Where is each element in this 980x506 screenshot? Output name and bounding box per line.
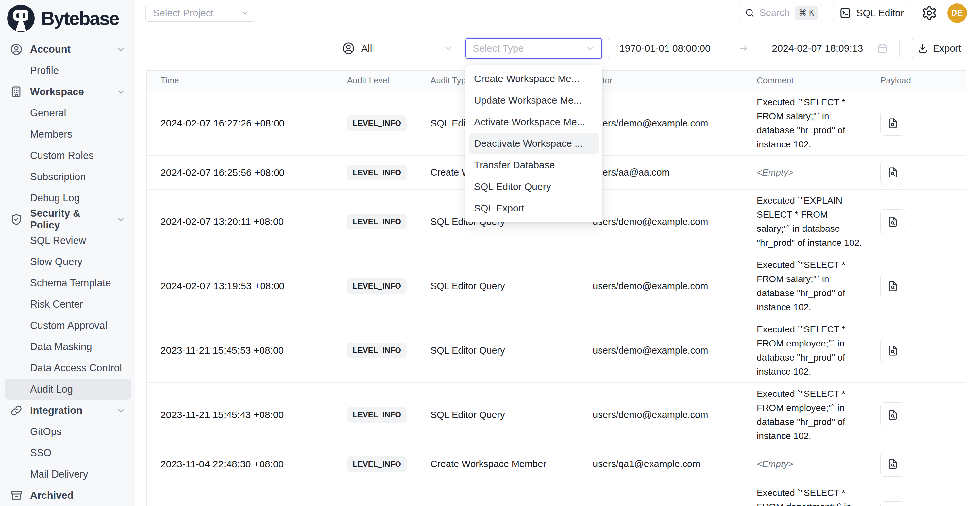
type-filter-select[interactable]: Select Type — [466, 38, 602, 59]
sidebar-group-label: Workspace — [30, 86, 84, 98]
date-range-picker[interactable]: 1970-01-01 08:00:00 2024-02-07 18:09:13 — [608, 38, 900, 59]
download-icon — [917, 43, 928, 54]
file-search-icon — [887, 166, 899, 178]
sidebar-group-label: Account — [30, 43, 71, 55]
sidebar-item-custom-roles[interactable]: Custom Roles — [5, 145, 131, 166]
sidebar-item-label: Custom Approval — [30, 320, 107, 331]
cell-actor: users/demo@example.com — [585, 410, 749, 420]
audit-level-badge: LEVEL_INFO — [347, 407, 407, 423]
view-payload-button[interactable] — [880, 160, 905, 185]
menu-option-sql-export[interactable]: SQL Export — [469, 197, 599, 219]
sidebar-item-general[interactable]: General — [5, 102, 131, 124]
cell-time: 2024-02-07 16:25:56 +08:00 — [147, 167, 341, 178]
settings-button[interactable] — [921, 5, 937, 21]
sidebar-item-subscription[interactable]: Subscription — [5, 166, 131, 187]
view-payload-button[interactable] — [880, 501, 905, 506]
building-icon — [10, 85, 23, 99]
menu-option-create-workspace-me[interactable]: Create Workspace Me... — [469, 68, 599, 89]
file-search-icon — [887, 458, 899, 470]
view-payload-button[interactable] — [880, 209, 905, 234]
cell-actor: users/qa1@example.com — [585, 458, 749, 469]
menu-option-update-workspace-me[interactable]: Update Workspace Me... — [469, 89, 599, 111]
sidebar-item-label: GitOps — [30, 426, 62, 438]
sidebar-item-label: Members — [30, 129, 72, 140]
view-payload-button[interactable] — [880, 274, 905, 298]
cell-comment: <Empty> — [749, 453, 872, 475]
sql-editor-button[interactable]: SQL Editor — [832, 4, 912, 22]
cell-actor: users/demo@example.com — [585, 118, 749, 129]
search-input[interactable]: Search ⌘ K — [739, 4, 822, 22]
audit-level-badge: LEVEL_INFO — [347, 456, 407, 472]
sidebar-item-label: Risk Center — [30, 298, 83, 310]
sidebar-item-sql-review[interactable]: SQL Review — [5, 230, 131, 251]
export-button[interactable]: Export — [912, 38, 966, 59]
chevron-down-icon — [116, 406, 126, 415]
sidebar-group-security-policy[interactable]: Security & Policy — [5, 208, 131, 230]
cell-comment: Executed `"SELECT * FROM employee;"` in … — [749, 383, 872, 447]
cell-audit-level: LEVEL_INFO — [341, 407, 422, 423]
date-range-start[interactable]: 1970-01-01 08:00:00 — [619, 43, 711, 54]
sidebar-item-label: Debug Log — [30, 192, 80, 204]
audit-level-badge: LEVEL_INFO — [347, 214, 407, 229]
top-bar: Select Project Search ⌘ K SQL Editor DE — [136, 0, 980, 26]
brand-name: Bytebase — [41, 8, 119, 29]
sidebar-item-gitops[interactable]: GitOps — [5, 421, 131, 442]
cell-actor: users/demo@example.com — [585, 281, 749, 291]
date-range-end[interactable]: 2024-02-07 18:09:13 — [772, 43, 863, 54]
audit-level-badge: LEVEL_INFO — [347, 278, 407, 294]
menu-option-activate-workspace-me[interactable]: Activate Workspace Me... — [469, 111, 599, 133]
actor-filter-select[interactable]: All — [335, 38, 460, 59]
project-select[interactable]: Select Project — [145, 5, 256, 22]
cell-payload — [872, 338, 967, 363]
sidebar-item-profile[interactable]: Profile — [5, 60, 131, 81]
calendar-icon — [877, 43, 888, 54]
sidebar-item-sso[interactable]: SSO — [5, 442, 131, 463]
sidebar-item-data-access-control[interactable]: Data Access Control — [5, 357, 131, 379]
sidebar-item-slow-query[interactable]: Slow Query — [5, 251, 131, 272]
avatar[interactable]: DE — [947, 3, 967, 23]
cell-actor: users/demo@example.com — [585, 345, 749, 356]
sidebar-item-audit-log[interactable]: Audit Log — [5, 379, 131, 400]
chevron-down-icon — [240, 8, 250, 18]
user-circle-icon — [10, 43, 23, 56]
table-row: 2023-11-04 21:26:34 +08:00LEVEL_INFOSQL … — [147, 481, 966, 506]
shield-check-icon — [10, 213, 23, 226]
file-search-icon — [887, 216, 899, 228]
export-label: Export — [933, 43, 961, 54]
sidebar-item-debug-log[interactable]: Debug Log — [5, 187, 131, 208]
column-header-time: Time — [147, 75, 341, 86]
sidebar-item-schema-template[interactable]: Schema Template — [5, 272, 131, 294]
sidebar-group-account[interactable]: Account — [5, 38, 131, 60]
sidebar-item-risk-center[interactable]: Risk Center — [5, 294, 131, 315]
sidebar-group-label: Archived — [30, 490, 73, 501]
sidebar-item-data-masking[interactable]: Data Masking — [5, 336, 131, 357]
menu-option-transfer-database[interactable]: Transfer Database — [469, 154, 599, 176]
table-row: 2023-11-21 15:45:53 +08:00LEVEL_INFOSQL … — [147, 318, 966, 382]
cell-audit-level: LEVEL_INFO — [341, 278, 422, 294]
sidebar-item-custom-approval[interactable]: Custom Approval — [5, 315, 131, 336]
view-payload-button[interactable] — [880, 403, 905, 427]
cell-payload — [872, 274, 967, 298]
cell-audit-level: LEVEL_INFO — [341, 214, 422, 229]
sidebar-item-label: Audit Log — [30, 383, 73, 395]
view-payload-button[interactable] — [880, 338, 905, 363]
cell-audit-level: LEVEL_INFO — [341, 456, 422, 472]
view-payload-button[interactable] — [880, 452, 905, 477]
cell-comment: Executed `"SELECT * FROM salary;"` in da… — [749, 91, 872, 155]
type-dropdown-menu: Create Workspace Me...Update Workspace M… — [466, 65, 602, 222]
sidebar-group-archived[interactable]: Archived — [5, 485, 131, 506]
sidebar-item-label: Schema Template — [30, 277, 111, 289]
sidebar-item-mail-delivery[interactable]: Mail Delivery — [5, 463, 131, 485]
sidebar-group-workspace[interactable]: Workspace — [5, 81, 131, 102]
type-filter-placeholder: Select Type — [473, 43, 524, 54]
audit-level-badge: LEVEL_INFO — [347, 115, 407, 131]
menu-option-sql-editor-query[interactable]: SQL Editor Query — [469, 176, 599, 197]
view-payload-button[interactable] — [880, 111, 905, 136]
cell-payload — [872, 111, 967, 136]
sidebar-item-members[interactable]: Members — [5, 124, 131, 145]
search-placeholder: Search — [759, 8, 789, 18]
cell-audit-type: Create Workspace Member — [422, 458, 585, 469]
cell-time: 2024-02-07 13:20:11 +08:00 — [147, 216, 341, 227]
menu-option-deactivate-workspace[interactable]: Deactivate Workspace ... — [469, 133, 599, 154]
sidebar-group-integration[interactable]: Integration — [5, 400, 131, 421]
